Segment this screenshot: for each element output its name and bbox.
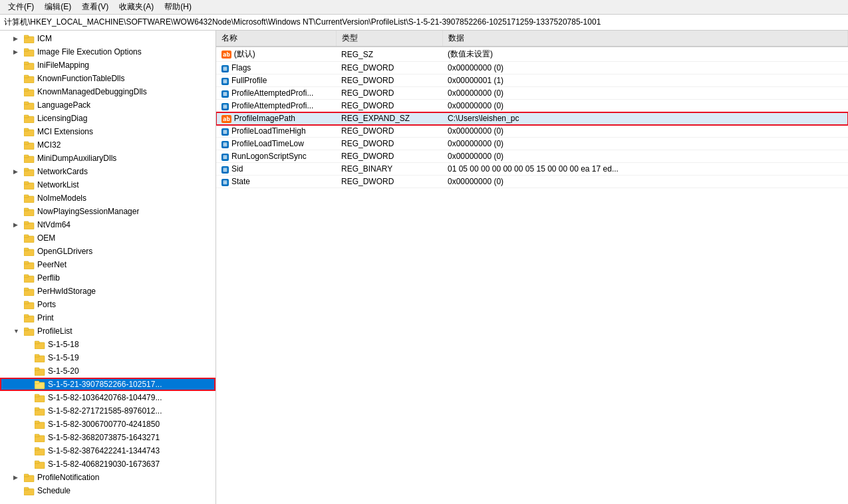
menu-help[interactable]: 帮助(H) <box>159 0 197 14</box>
registry-row-flags[interactable]: ⊞FlagsREG_DWORD0x00000000 (0) <box>216 62 848 74</box>
svg-rect-9 <box>24 88 29 91</box>
reg-name-profileattempted2: ⊞ProfileAttemptedProfi... <box>216 100 336 112</box>
reg-type-default: REG_SZ <box>336 47 442 62</box>
svg-rect-23 <box>24 182 29 184</box>
reg-data-runlogonscriptsync: 0x00000000 (0) <box>442 150 848 163</box>
folder-icon-networkcards <box>24 167 35 176</box>
reg-type-profileimagepath: REG_EXPAND_SZ <box>336 112 442 125</box>
expand-arrow-icm[interactable]: ▶ <box>13 35 23 42</box>
tree-label-s-1-5-82-3876: S-1-5-82-3876422241-1344743 <box>48 446 160 455</box>
svg-rect-3 <box>24 49 29 51</box>
tree-item-s-1-5-82-4068[interactable]: S-1-5-82-4068219030-1673637 <box>0 457 215 471</box>
tree-item-networkcards[interactable]: ▶ NetworkCards <box>0 165 215 178</box>
tree-label-schedule: Schedule <box>37 486 71 495</box>
tree-item-mciextensions[interactable]: MCI Extensions <box>0 125 215 138</box>
registry-row-runlogonscriptsync[interactable]: ⊞RunLogonScriptSyncREG_DWORD0x00000000 (… <box>216 150 848 163</box>
registry-row-sid[interactable]: ⊞SidREG_BINARY01 05 00 00 00 00 00 05 15… <box>216 163 848 176</box>
folder-icon-peernet <box>24 260 35 269</box>
reg-name-profileattempted1: ⊞ProfileAttemptedProfi... <box>216 87 336 100</box>
registry-row-profileimagepath[interactable]: abProfileImagePathREG_EXPAND_SZC:\Users\… <box>216 112 848 125</box>
registry-row-profileloadtimelow[interactable]: ⊞ProfileLoadTimeLowREG_DWORD0x00000000 (… <box>216 138 848 150</box>
registry-row-profileattempted1[interactable]: ⊞ProfileAttemptedProfi...REG_DWORD0x0000… <box>216 87 848 100</box>
folder-icon-icm <box>24 34 35 43</box>
reg-data-sid: 01 05 00 00 00 00 00 05 15 00 00 00 ea 1… <box>442 163 848 176</box>
menu-file[interactable]: 文件(F) <box>3 0 39 14</box>
tree-item-s-1-5-19[interactable]: S-1-5-19 <box>0 351 215 364</box>
tree-item-mci32[interactable]: MCI32 <box>0 138 215 152</box>
tree-item-knownfunctiontable[interactable]: KnownFunctionTableDlls <box>0 72 215 85</box>
tree-item-s-1-5-82-3682[interactable]: S-1-5-82-3682073875-1643271 <box>0 431 215 444</box>
reg-type-profileloadtimehigh: REG_DWORD <box>336 125 442 138</box>
tree-item-print[interactable]: Print <box>0 311 215 324</box>
tree-item-schedule[interactable]: Schedule <box>0 484 215 497</box>
tree-item-minidumpauxiliary[interactable]: MiniDumpAuxiliaryDlls <box>0 152 215 165</box>
reg-type-runlogonscriptsync: REG_DWORD <box>336 150 442 163</box>
tree-item-s-1-5-82-1036[interactable]: S-1-5-82-1036420768-104479... <box>0 391 215 404</box>
svg-rect-65 <box>35 461 39 463</box>
tree-item-ports[interactable]: Ports <box>0 298 215 311</box>
svg-rect-57 <box>35 408 39 410</box>
tree-item-s-1-5-21-3907[interactable]: S-1-5-21-3907852266-102517... <box>0 378 215 391</box>
tree-item-ntvdm64[interactable]: ▶ NtVdm64 <box>0 218 215 231</box>
folder-icon-knownfunctiontable <box>24 74 35 83</box>
tree-label-nowplayingsession: NowPlayingSessionManager <box>37 207 139 216</box>
reg-name-default: ab(默认) <box>216 47 336 62</box>
tree-item-perflib[interactable]: Perflib <box>0 271 215 285</box>
folder-icon-s-1-5-82-3682 <box>35 433 45 442</box>
svg-rect-69 <box>24 487 29 490</box>
col-header-name[interactable]: 名称 <box>216 31 336 47</box>
tree-item-s-1-5-82-3006[interactable]: S-1-5-82-3006700770-4241850 <box>0 418 215 431</box>
expand-arrow-imagefileexecution[interactable]: ▶ <box>13 49 23 55</box>
tree-item-noimemodeimes[interactable]: NoImeModels <box>0 191 215 205</box>
tree-item-peernet[interactable]: PeerNet <box>0 258 215 271</box>
tree-item-icm[interactable]: ▶ ICM <box>0 32 215 45</box>
svg-rect-19 <box>24 155 29 158</box>
svg-rect-63 <box>35 447 39 450</box>
expand-arrow-profilelist[interactable]: ▼ <box>13 328 23 334</box>
tree-item-profilenotification[interactable]: ▶ ProfileNotification <box>0 471 215 484</box>
tree-item-s-1-5-20[interactable]: S-1-5-20 <box>0 364 215 378</box>
folder-icon-perhwldstorage <box>24 287 35 296</box>
registry-row-profileloadtimehigh[interactable]: ⊞ProfileLoadTimeHighREG_DWORD0x00000000 … <box>216 125 848 138</box>
registry-row-fullprofile[interactable]: ⊞FullProfileREG_DWORD0x00000001 (1) <box>216 74 848 87</box>
folder-icon-print <box>24 313 35 322</box>
folder-icon-inifilemapping <box>24 61 35 70</box>
expand-arrow-networkcards[interactable]: ▶ <box>13 168 23 175</box>
tree-label-s-1-5-21-3907: S-1-5-21-3907852266-102517... <box>48 380 162 389</box>
menu-view[interactable]: 查看(V) <box>76 0 114 14</box>
tree-item-opengldrivers[interactable]: OpenGLDrivers <box>0 245 215 258</box>
expand-arrow-ntvdm64[interactable]: ▶ <box>13 221 23 228</box>
reg-name-profileloadtimehigh: ⊞ProfileLoadTimeHigh <box>216 125 336 138</box>
tree-item-oem[interactable]: OEM <box>0 231 215 245</box>
col-header-type[interactable]: 类型 <box>336 31 442 47</box>
tree-label-networkcards: NetworkCards <box>37 167 88 176</box>
svg-rect-35 <box>24 261 29 264</box>
tree-item-inifilemapping[interactable]: IniFileMapping <box>0 59 215 72</box>
tree-label-s-1-5-20: S-1-5-20 <box>48 366 79 376</box>
svg-rect-53 <box>35 381 39 384</box>
tree-item-nowplayingsession[interactable]: NowPlayingSessionManager <box>0 205 215 218</box>
tree-item-s-1-5-18[interactable]: S-1-5-18 <box>0 338 215 351</box>
tree-item-s-1-5-82-2717[interactable]: S-1-5-82-271721585-8976012... <box>0 404 215 418</box>
reg-data-profileloadtimelow: 0x00000000 (0) <box>442 138 848 150</box>
tree-item-s-1-5-82-3876[interactable]: S-1-5-82-3876422241-1344743 <box>0 444 215 457</box>
tree-pane: ▶ ICM▶ Image File Execution Options IniF… <box>0 31 216 504</box>
expand-arrow-profilenotification[interactable]: ▶ <box>13 474 23 481</box>
registry-row-state[interactable]: ⊞StateREG_DWORD0x00000000 (0) <box>216 176 848 188</box>
tree-item-profilelist[interactable]: ▼ ProfileList <box>0 324 215 338</box>
tree-item-perhwldstorage[interactable]: PerHwIdStorage <box>0 285 215 298</box>
tree-item-networklist[interactable]: NetworkList <box>0 178 215 191</box>
tree-item-languagepack[interactable]: LanguagePack <box>0 98 215 112</box>
registry-row-profileattempted2[interactable]: ⊞ProfileAttemptedProfi...REG_DWORD0x0000… <box>216 100 848 112</box>
svg-rect-17 <box>24 142 29 144</box>
tree-item-knownmanageddebugging[interactable]: KnownManagedDebuggingDlls <box>0 85 215 98</box>
reg-name-fullprofile: ⊞FullProfile <box>216 74 336 87</box>
svg-rect-31 <box>24 235 29 237</box>
tree-item-licensingdiag[interactable]: LicensingDiag <box>0 112 215 125</box>
reg-data-fullprofile: 0x00000001 (1) <box>442 74 848 87</box>
col-header-data[interactable]: 数据 <box>442 31 848 47</box>
menu-edit[interactable]: 编辑(E) <box>39 0 76 14</box>
tree-item-imagefileexecution[interactable]: ▶ Image File Execution Options <box>0 45 215 59</box>
menu-favorites[interactable]: 收藏夹(A) <box>114 0 159 14</box>
registry-row-default[interactable]: ab(默认)REG_SZ(数值未设置) <box>216 47 848 62</box>
